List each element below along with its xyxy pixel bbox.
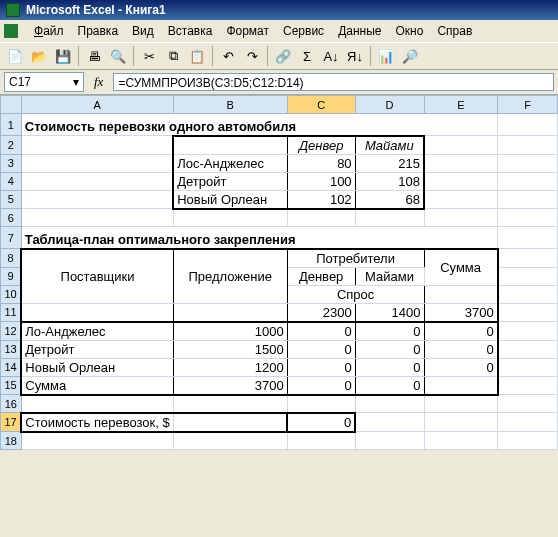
t2-r2-m[interactable]: 0 xyxy=(355,340,424,358)
t2-r2-s[interactable]: 0 xyxy=(424,340,498,358)
t2-r4-city[interactable]: Сумма xyxy=(21,376,173,395)
save-icon[interactable]: 💾 xyxy=(52,45,74,67)
t2-r3-d[interactable]: 0 xyxy=(287,358,355,376)
row-2[interactable]: 2 xyxy=(1,136,22,155)
cell[interactable] xyxy=(424,190,498,209)
cell[interactable] xyxy=(21,136,173,155)
t1-r2-d[interactable]: 100 xyxy=(287,172,355,190)
t2-r3-m[interactable]: 0 xyxy=(355,358,424,376)
row-7[interactable]: 7 xyxy=(1,227,22,249)
t1-r3-m[interactable]: 68 xyxy=(355,190,424,209)
sort-asc-icon[interactable]: A↓ xyxy=(320,45,342,67)
t2-dem-sum[interactable]: 3700 xyxy=(424,303,498,322)
t2-demand[interactable]: Спрос xyxy=(287,285,424,303)
t2-r1-d[interactable]: 0 xyxy=(287,322,355,341)
t1-city-2[interactable]: Детройт xyxy=(173,172,287,190)
cell[interactable] xyxy=(498,172,558,190)
cell[interactable] xyxy=(173,136,287,155)
t1-r3-d[interactable]: 102 xyxy=(287,190,355,209)
cell[interactable] xyxy=(498,190,558,209)
preview-icon[interactable]: 🔍 xyxy=(107,45,129,67)
cell[interactable] xyxy=(21,190,173,209)
row-18[interactable]: 18 xyxy=(1,432,22,450)
t2-r3-s[interactable]: 0 xyxy=(424,358,498,376)
t2-r1-s[interactable]: 0 xyxy=(424,322,498,341)
menu-help[interactable]: Справ xyxy=(431,22,478,40)
menu-view[interactable]: Вид xyxy=(126,22,160,40)
col-A[interactable]: A xyxy=(21,96,173,114)
cell[interactable] xyxy=(21,172,173,190)
col-F[interactable]: F xyxy=(498,96,558,114)
col-B[interactable]: B xyxy=(173,96,287,114)
t2-r4-offer[interactable]: 3700 xyxy=(173,376,287,395)
cost-label[interactable]: Стоимость перевозок, $ xyxy=(21,413,173,432)
heading-2[interactable]: Таблица-план оптимального закрепления xyxy=(21,227,497,249)
menu-file[interactable]: Файл xyxy=(28,22,70,40)
t1-miami[interactable]: Майами xyxy=(355,136,424,155)
cost-value[interactable]: 0 xyxy=(287,413,355,432)
zoom-icon[interactable]: 🔎 xyxy=(399,45,421,67)
row-5[interactable]: 5 xyxy=(1,190,22,209)
t2-consumers[interactable]: Потребители xyxy=(287,249,424,268)
row-15[interactable]: 15 xyxy=(1,376,22,395)
cell[interactable] xyxy=(21,209,173,227)
t2-denver[interactable]: Денвер xyxy=(287,267,355,285)
row-14[interactable]: 14 xyxy=(1,358,22,376)
t2-r4-m[interactable]: 0 xyxy=(355,376,424,395)
cell[interactable] xyxy=(498,114,558,136)
col-D[interactable]: D xyxy=(355,96,424,114)
cut-icon[interactable]: ✂ xyxy=(138,45,160,67)
undo-icon[interactable]: ↶ xyxy=(217,45,239,67)
cell[interactable] xyxy=(21,154,173,172)
redo-icon[interactable]: ↷ xyxy=(241,45,263,67)
new-icon[interactable]: 📄 xyxy=(4,45,26,67)
t2-r4-d[interactable]: 0 xyxy=(287,376,355,395)
cell[interactable] xyxy=(424,154,498,172)
t2-r1-city[interactable]: Ло-Анджелес xyxy=(21,322,173,341)
row-6[interactable]: 6 xyxy=(1,209,22,227)
t2-r1-m[interactable]: 0 xyxy=(355,322,424,341)
workbook-icon[interactable] xyxy=(4,24,18,38)
row-9[interactable]: 9 xyxy=(1,267,22,285)
row-8[interactable]: 8 xyxy=(1,249,22,268)
t2-r2-city[interactable]: Детройт xyxy=(21,340,173,358)
copy-icon[interactable]: ⧉ xyxy=(162,45,184,67)
paste-icon[interactable]: 📋 xyxy=(186,45,208,67)
chevron-down-icon[interactable]: ▾ xyxy=(73,75,79,89)
t2-r2-d[interactable]: 0 xyxy=(287,340,355,358)
formula-bar[interactable]: =СУММПРОИЗВ(C3:D5;C12:D14) xyxy=(113,73,554,91)
col-E[interactable]: E xyxy=(424,96,498,114)
row-16[interactable]: 16 xyxy=(1,395,22,413)
row-3[interactable]: 3 xyxy=(1,154,22,172)
grid[interactable]: A B C D E F 1 Стоимость перевозки одного… xyxy=(0,95,558,450)
chart-icon[interactable]: 📊 xyxy=(375,45,397,67)
t2-r3-offer[interactable]: 1200 xyxy=(173,358,287,376)
sort-desc-icon[interactable]: Я↓ xyxy=(344,45,366,67)
heading-1[interactable]: Стоимость перевозки одного автомобиля xyxy=(21,114,497,136)
row-4[interactable]: 4 xyxy=(1,172,22,190)
t2-r2-offer[interactable]: 1500 xyxy=(173,340,287,358)
menu-tools[interactable]: Сервис xyxy=(277,22,330,40)
row-11[interactable]: 11 xyxy=(1,303,22,322)
t2-offer[interactable]: Предложение xyxy=(173,249,287,304)
name-box[interactable]: C17 ▾ xyxy=(4,72,84,92)
t1-city-1[interactable]: Лос-Анджелес xyxy=(173,154,287,172)
cell[interactable] xyxy=(424,376,498,395)
t1-city-3[interactable]: Новый Орлеан xyxy=(173,190,287,209)
t1-r2-m[interactable]: 108 xyxy=(355,172,424,190)
row-10[interactable]: 10 xyxy=(1,285,22,303)
link-icon[interactable]: 🔗 xyxy=(272,45,294,67)
select-all-corner[interactable] xyxy=(1,96,22,114)
row-1[interactable]: 1 xyxy=(1,114,22,136)
t2-dem-d[interactable]: 2300 xyxy=(287,303,355,322)
cell[interactable] xyxy=(498,154,558,172)
sum-icon[interactable]: Σ xyxy=(296,45,318,67)
cell[interactable] xyxy=(498,136,558,155)
menu-window[interactable]: Окно xyxy=(389,22,429,40)
row-12[interactable]: 12 xyxy=(1,322,22,341)
menu-data[interactable]: Данные xyxy=(332,22,387,40)
t1-r1-m[interactable]: 215 xyxy=(355,154,424,172)
menu-format[interactable]: Формат xyxy=(220,22,275,40)
menu-insert[interactable]: Вставка xyxy=(162,22,219,40)
t2-dem-m[interactable]: 1400 xyxy=(355,303,424,322)
